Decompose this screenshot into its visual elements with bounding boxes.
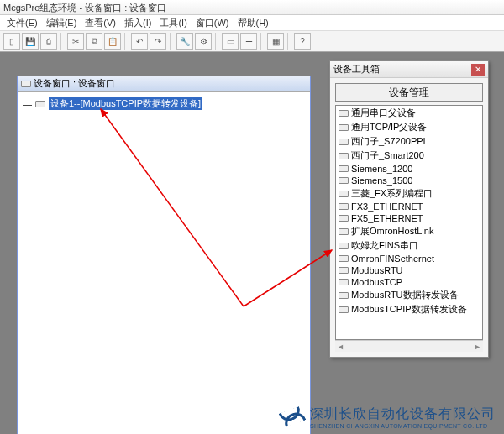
device-list-label: 通用串口父设备 (351, 107, 416, 119)
menu-window[interactable]: 窗口(W) (192, 16, 233, 29)
menu-help[interactable]: 帮助(H) (234, 16, 272, 29)
device-list-item[interactable]: FX3_ETHERNET (336, 201, 482, 212)
device-list[interactable]: 通用串口父设备通用TCP/IP父设备西门子_S7200PPI西门子_Smart2… (335, 105, 483, 340)
tool-toolbox-icon[interactable]: 🔧 (176, 33, 193, 50)
watermark-text: 深圳长欣自动化设备有限公司 SHENZHEN CHANGXIN AUTOMATI… (310, 405, 496, 429)
toolbox-title-text: 设备工具箱 (333, 63, 380, 76)
tool-window-icon[interactable]: ▭ (222, 33, 239, 50)
toolbar-separator (215, 33, 218, 50)
device-icon (339, 267, 349, 274)
device-list-label: 三菱_FX系列编程口 (351, 187, 433, 200)
toolbar: ▯ 💾 ⎙ ✂ ⧉ 📋 ↶ ↷ 🔧 ⚙ ▭ ☰ ▦ ? (0, 30, 504, 52)
toolbar-separator (260, 33, 264, 50)
device-list-label: 西门子_S7200PPI (351, 135, 426, 148)
menu-bar: 文件(E) 编辑(E) 查看(V) 插入(I) 工具(I) 窗口(W) 帮助(H… (0, 15, 504, 30)
toolbar-separator (170, 33, 173, 50)
device-icon (339, 292, 349, 299)
device-list-label: 扩展OmronHostLink (351, 225, 433, 238)
menu-tools[interactable]: 工具(I) (156, 16, 190, 29)
device-list-label: ModbusRTU (351, 265, 403, 275)
device-list-item[interactable]: 通用串口父设备 (336, 106, 482, 120)
device-icon (339, 177, 349, 184)
device-list-item[interactable]: Siemens_1500 (336, 175, 482, 186)
watermark-cn: 深圳长欣自动化设备有限公司 (310, 405, 496, 423)
device-list-item[interactable]: 通用TCP/IP父设备 (336, 120, 482, 134)
device-icon (339, 191, 349, 197)
device-list-item[interactable]: OmronFINSethernet (336, 253, 482, 264)
tool-copy-icon[interactable]: ⧉ (86, 33, 102, 50)
toolbar-separator (124, 33, 128, 50)
device-icon (339, 153, 349, 159)
tool-help-icon[interactable]: ? (294, 33, 311, 50)
device-icon (339, 165, 349, 172)
device-icon (339, 279, 349, 285)
device-list-item[interactable]: 扩展OmronHostLink (336, 224, 482, 238)
watermark-en: SHENZHEN CHANGXIN AUTOMATION EQUIPMENT C… (310, 423, 496, 429)
device-window-title: 设备窗口 : 设备窗口 (18, 76, 310, 92)
device-icon (339, 243, 349, 249)
device-icon (339, 228, 349, 235)
toolbar-separator (60, 33, 64, 50)
device-icon (339, 124, 349, 131)
device-window-title-text: 设备窗口 : 设备窗口 (34, 77, 115, 90)
tool-open-icon[interactable]: ▯ (3, 33, 20, 50)
device-list-item[interactable]: Siemens_1200 (336, 163, 482, 175)
device-list-label: ModbusTCPIP数据转发设备 (351, 303, 467, 316)
device-list-item[interactable]: FX5_ETHERNET (336, 212, 482, 224)
tool-list-icon[interactable]: ☰ (240, 33, 257, 50)
device-list-label: FX3_ETHERNET (351, 201, 423, 212)
menu-view[interactable]: 查看(V) (81, 16, 119, 29)
toolbar-separator (287, 33, 291, 50)
tool-save-icon[interactable]: 💾 (22, 33, 39, 50)
tool-settings-icon[interactable]: ⚙ (195, 33, 212, 50)
tool-redo-icon[interactable]: ↷ (150, 33, 166, 50)
device-icon (339, 215, 349, 222)
toolbox-body: 设备管理 通用串口父设备通用TCP/IP父设备西门子_S7200PPI西门子_S… (330, 78, 488, 357)
menu-file[interactable]: 文件(E) (3, 16, 41, 29)
watermark-logo-icon (280, 406, 305, 428)
device-icon (339, 255, 349, 262)
menu-edit[interactable]: 编辑(E) (43, 16, 81, 29)
device-list-item[interactable]: ModbusTCP (336, 276, 482, 288)
tree-item-device1[interactable]: — 设备1--[ModbusTCPIP数据转发设备] (21, 97, 307, 111)
tool-undo-icon[interactable]: ↶ (131, 33, 148, 50)
tree-connector: — (23, 99, 32, 109)
device-list-item[interactable]: ModbusRTU (336, 264, 482, 276)
tree-item-label: 设备1--[ModbusTCPIP数据转发设备] (49, 97, 202, 110)
tool-print-icon[interactable]: ⎙ (40, 33, 57, 50)
device-list-label: 通用TCP/IP父设备 (351, 121, 427, 133)
window-icon (21, 81, 31, 87)
device-icon (35, 101, 45, 107)
device-list-label: 欧姆龙FINS串口 (351, 239, 418, 252)
device-list-label: 西门子_Smart200 (351, 149, 424, 162)
device-window: 设备窗口 : 设备窗口 — 设备1--[ModbusTCPIP数据转发设备] (17, 76, 311, 434)
device-icon (339, 306, 349, 313)
app-titlebar: McgsPro组态环境 - 设备窗口 : 设备窗口 (0, 0, 504, 15)
device-icon (339, 203, 349, 210)
horizontal-scrollbar[interactable]: ◄► (335, 340, 483, 352)
device-list-item[interactable]: 西门子_S7200PPI (336, 134, 482, 149)
device-list-label: FX5_ETHERNET (351, 213, 423, 223)
watermark: 深圳长欣自动化设备有限公司 SHENZHEN CHANGXIN AUTOMATI… (280, 405, 496, 429)
toolbox-titlebar: 设备工具箱 ✕ (330, 61, 488, 78)
device-list-label: ModbusRTU数据转发设备 (351, 289, 459, 301)
device-icon (339, 110, 349, 117)
device-list-label: Siemens_1200 (351, 164, 412, 174)
device-list-label: Siemens_1500 (351, 175, 412, 186)
device-list-item[interactable]: ModbusTCPIP数据转发设备 (336, 302, 482, 316)
tool-cut-icon[interactable]: ✂ (67, 33, 84, 50)
device-list-label: OmronFINSethernet (351, 254, 434, 264)
device-list-item[interactable]: 三菱_FX系列编程口 (336, 186, 482, 201)
device-manage-button[interactable]: 设备管理 (335, 83, 483, 102)
device-list-item[interactable]: 欧姆龙FINS串口 (336, 238, 482, 253)
device-toolbox: 设备工具箱 ✕ 设备管理 通用串口父设备通用TCP/IP父设备西门子_S7200… (329, 60, 489, 358)
device-icon (339, 139, 349, 145)
menu-insert[interactable]: 插入(I) (121, 16, 155, 29)
device-tree[interactable]: — 设备1--[ModbusTCPIP数据转发设备] (18, 92, 310, 434)
device-list-item[interactable]: ModbusRTU数据转发设备 (336, 288, 482, 302)
device-list-label: ModbusTCP (351, 277, 402, 287)
device-list-item[interactable]: 西门子_Smart200 (336, 149, 482, 163)
close-icon[interactable]: ✕ (471, 64, 485, 76)
tool-db-icon[interactable]: ▦ (267, 33, 284, 50)
tool-paste-icon[interactable]: 📋 (104, 33, 121, 50)
